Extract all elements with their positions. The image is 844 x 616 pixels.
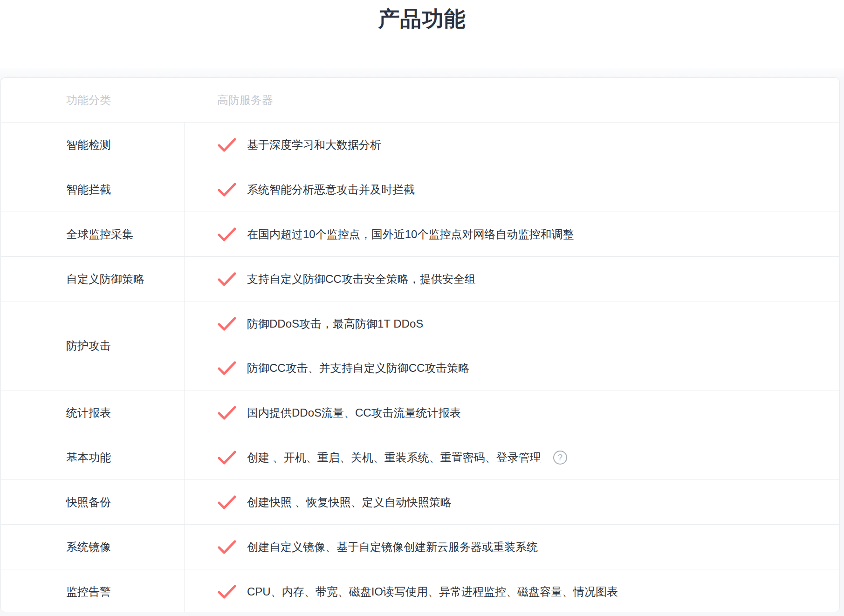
row-content-cell: 国内提供DDoS流量、CC攻击流量统计报表: [185, 390, 839, 435]
row-category-label: 防护攻击: [1, 301, 185, 390]
row-content-cell: 基于深度学习和大数据分析: [185, 123, 839, 167]
feature-item: CPU、内存、带宽、磁盘IO读写使用、异常进程监控、磁盘容量、情况图表: [185, 569, 839, 612]
checkmark-icon: [217, 361, 237, 376]
feature-item: 创建快照 、恢复快照、定义自动快照策略: [185, 480, 839, 524]
row-category-label: 统计报表: [1, 390, 185, 435]
feature-item: 在国内超过10个监控点，国外近10个监控点对网络自动监控和调整: [185, 212, 839, 256]
feature-description: 创建 、开机、重启、关机、重装系统、重置密码、登录管理: [247, 450, 541, 465]
feature-description: 在国内超过10个监控点，国外近10个监控点对网络自动监控和调整: [247, 227, 574, 242]
feature-item: 系统智能分析恶意攻击并及时拦截: [185, 167, 839, 212]
header-function-category: 功能分类: [1, 78, 185, 122]
feature-item: 支持自定义防御CC攻击安全策略，提供安全组: [185, 257, 839, 301]
row-content-cell: 创建 、开机、重启、关机、重装系统、重置密码、登录管理?: [185, 435, 839, 479]
table-body: 智能检测基于深度学习和大数据分析智能拦截系统智能分析恶意攻击并及时拦截全球监控采…: [1, 122, 839, 612]
row-category-label: 快照备份: [1, 480, 185, 524]
checkmark-icon: [217, 540, 237, 554]
row-content-cell: 创建快照 、恢复快照、定义自动快照策略: [185, 480, 839, 524]
feature-description: 创建自定义镜像、基于自定镜像创建新云服务器或重装系统: [247, 540, 538, 554]
row-content-cell: 支持自定义防御CC攻击安全策略，提供安全组: [185, 257, 839, 301]
feature-description: 防御CC攻击、并支持自定义防御CC攻击策略: [247, 361, 469, 376]
help-question-icon[interactable]: ?: [553, 451, 567, 465]
row-category-label: 基本功能: [1, 435, 185, 479]
table-row: 基本功能创建 、开机、重启、关机、重装系统、重置密码、登录管理?: [1, 435, 839, 479]
table-row: 快照备份创建快照 、恢复快照、定义自动快照策略: [1, 479, 839, 524]
row-category-label: 监控告警: [1, 569, 185, 612]
feature-item: 创建 、开机、重启、关机、重装系统、重置密码、登录管理?: [185, 435, 839, 479]
table-row: 自定义防御策略支持自定义防御CC攻击安全策略，提供安全组: [1, 256, 839, 301]
feature-description: 国内提供DDoS流量、CC攻击流量统计报表: [247, 405, 461, 420]
checkmark-icon: [217, 316, 237, 331]
checkmark-icon: [217, 450, 237, 465]
feature-description: 创建快照 、恢复快照、定义自动快照策略: [247, 495, 452, 510]
header-product-column: 高防服务器: [185, 78, 839, 122]
row-content-cell: 系统智能分析恶意攻击并及时拦截: [185, 167, 839, 212]
table-row: 统计报表国内提供DDoS流量、CC攻击流量统计报表: [1, 390, 839, 435]
feature-item: 创建自定义镜像、基于自定镜像创建新云服务器或重装系统: [185, 525, 839, 569]
checkmark-icon: [217, 137, 237, 152]
table-header-row: 功能分类 高防服务器: [1, 78, 839, 122]
checkmark-icon: [217, 584, 237, 599]
page-title: 产品功能: [0, 5, 844, 34]
checkmark-icon: [217, 405, 237, 420]
table-row: 智能拦截系统智能分析恶意攻击并及时拦截: [1, 167, 839, 212]
checkmark-icon: [217, 227, 237, 242]
feature-description: 系统智能分析恶意攻击并及时拦截: [247, 182, 415, 197]
feature-description: CPU、内存、带宽、磁盘IO读写使用、异常进程监控、磁盘容量、情况图表: [247, 584, 618, 599]
table-row: 监控告警CPU、内存、带宽、磁盘IO读写使用、异常进程监控、磁盘容量、情况图表: [1, 569, 839, 612]
checkmark-icon: [217, 495, 237, 510]
row-content-cell: 防御DDoS攻击，最高防御1T DDoS防御CC攻击、并支持自定义防御CC攻击策…: [185, 301, 839, 390]
feature-description: 基于深度学习和大数据分析: [247, 137, 381, 152]
table-row: 系统镜像创建自定义镜像、基于自定镜像创建新云服务器或重装系统: [1, 524, 839, 569]
row-category-label: 自定义防御策略: [1, 257, 185, 301]
row-category-label: 全球监控采集: [1, 212, 185, 256]
feature-table-card: 功能分类 高防服务器 智能检测基于深度学习和大数据分析智能拦截系统智能分析恶意攻…: [0, 77, 840, 612]
checkmark-icon: [217, 182, 237, 197]
feature-description: 防御DDoS攻击，最高防御1T DDoS: [247, 316, 423, 331]
feature-item: 基于深度学习和大数据分析: [185, 123, 839, 167]
row-category-label: 系统镜像: [1, 525, 185, 569]
row-content-cell: CPU、内存、带宽、磁盘IO读写使用、异常进程监控、磁盘容量、情况图表: [185, 569, 839, 612]
table-row: 全球监控采集在国内超过10个监控点，国外近10个监控点对网络自动监控和调整: [1, 212, 839, 256]
feature-description: 支持自定义防御CC攻击安全策略，提供安全组: [247, 272, 476, 287]
feature-item: 国内提供DDoS流量、CC攻击流量统计报表: [185, 390, 839, 435]
table-row: 智能检测基于深度学习和大数据分析: [1, 122, 839, 167]
row-category-label: 智能拦截: [1, 167, 185, 212]
row-content-cell: 在国内超过10个监控点，国外近10个监控点对网络自动监控和调整: [185, 212, 839, 256]
checkmark-icon: [217, 272, 237, 287]
feature-item: 防御DDoS攻击，最高防御1T DDoS: [185, 301, 839, 346]
table-row: 防护攻击防御DDoS攻击，最高防御1T DDoS防御CC攻击、并支持自定义防御C…: [1, 301, 839, 390]
row-category-label: 智能检测: [1, 123, 185, 167]
row-content-cell: 创建自定义镜像、基于自定镜像创建新云服务器或重装系统: [185, 525, 839, 569]
feature-item: 防御CC攻击、并支持自定义防御CC攻击策略: [185, 346, 839, 390]
